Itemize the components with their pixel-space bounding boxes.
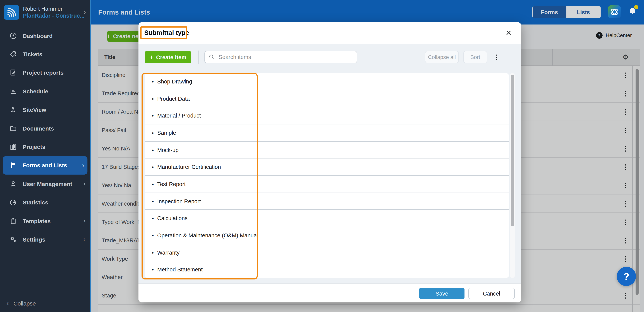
close-icon[interactable]: × bbox=[503, 27, 514, 38]
sidebar-item-templates[interactable]: Templates › bbox=[0, 212, 90, 230]
search-box[interactable] bbox=[204, 51, 357, 63]
chevron-right-icon: › bbox=[84, 8, 88, 16]
list-item[interactable]: •Operation & Maintenance (O&M) Manual bbox=[144, 227, 509, 244]
person-pin-icon bbox=[10, 106, 17, 114]
folder-icon bbox=[10, 125, 17, 132]
sidebar-item-user-management[interactable]: User Management › bbox=[0, 174, 90, 193]
sidebar-item-dashboard[interactable]: Dashboard bbox=[0, 26, 90, 45]
modal-footer: Save Cancel bbox=[138, 283, 521, 303]
gantt-chart-icon bbox=[10, 88, 17, 95]
list-item[interactable]: •Sample bbox=[144, 124, 509, 142]
bullet-icon: • bbox=[152, 113, 154, 119]
list-item-label: Calculations bbox=[157, 215, 188, 221]
sidebar-collapse-button[interactable]: ‹ Collapse bbox=[6, 299, 36, 308]
item-list: •Shop Drawing •Product Data •Material / … bbox=[144, 73, 509, 278]
list-item-label: Manufacturer Certification bbox=[157, 164, 221, 170]
bullet-icon: • bbox=[152, 96, 154, 102]
sidebar-item-label: Documents bbox=[23, 125, 54, 132]
list-item[interactable]: •Manufacturer Certification bbox=[144, 159, 509, 176]
buildings-icon bbox=[10, 143, 17, 151]
chevron-right-icon: › bbox=[84, 236, 86, 243]
sidebar-item-label: Tickets bbox=[23, 51, 42, 57]
toggle-forms[interactable]: Forms bbox=[533, 6, 566, 18]
plus-icon: + bbox=[150, 54, 154, 60]
workspace-name: PlanRadar - Construc... bbox=[23, 12, 84, 19]
sidebar-item-documents[interactable]: Documents bbox=[0, 119, 90, 138]
sidebar-item-label: Statistics bbox=[23, 199, 48, 206]
sidebar-item-label: SiteView bbox=[23, 107, 46, 113]
clipboard-icon bbox=[10, 217, 17, 225]
sidebar-item-settings[interactable]: Settings › bbox=[0, 230, 90, 249]
user-icon bbox=[10, 180, 17, 188]
list-item[interactable]: •Shop Drawing bbox=[144, 73, 509, 90]
chevron-right-icon: › bbox=[84, 217, 86, 225]
list-item[interactable]: •Product Data bbox=[144, 90, 509, 107]
list-item[interactable]: •Test Report bbox=[144, 176, 509, 193]
forms-lists-toggle: Forms Lists bbox=[532, 6, 601, 18]
sidebar-item-label: Projects bbox=[23, 144, 45, 150]
list-scrollbar-thumb[interactable] bbox=[511, 75, 514, 226]
help-bubble-button[interactable]: ? bbox=[617, 267, 636, 286]
sidebar-item-statistics[interactable]: Statistics bbox=[0, 193, 90, 212]
sidebar-item-tickets[interactable]: Tickets bbox=[0, 45, 90, 64]
sidebar-item-label: Forms and Lists bbox=[23, 162, 67, 169]
pie-chart-icon bbox=[10, 199, 17, 206]
search-input[interactable] bbox=[218, 54, 353, 60]
sidebar-item-label: Templates bbox=[23, 218, 51, 224]
collapse-all-button[interactable]: Collapse all bbox=[425, 51, 459, 63]
account-switcher[interactable]: Robert Hammer PlanRadar - Construc... › bbox=[4, 4, 88, 21]
sort-button[interactable]: Sort bbox=[463, 51, 487, 63]
collapse-label: Collapse bbox=[14, 300, 36, 307]
report-pencil-icon bbox=[10, 69, 17, 76]
chevron-right-icon: › bbox=[84, 180, 86, 188]
modal-options-kebab-icon[interactable]: ⋮ bbox=[493, 51, 500, 63]
bullet-icon: • bbox=[152, 198, 154, 204]
list-item[interactable]: •Warranty bbox=[144, 244, 509, 261]
sidebar-item-schedule[interactable]: Schedule bbox=[0, 82, 90, 101]
list-item-label: Material / Product bbox=[157, 113, 201, 119]
bullet-icon: • bbox=[152, 78, 154, 85]
flag-icon bbox=[10, 162, 17, 169]
list-item[interactable]: •Mock-up bbox=[144, 142, 509, 158]
list-item-label: Product Data bbox=[157, 96, 190, 102]
bullet-icon: • bbox=[152, 147, 154, 153]
sidebar-item-forms-and-lists[interactable]: Forms and Lists › bbox=[3, 156, 88, 174]
bullet-icon: • bbox=[152, 164, 154, 170]
notifications-bell-icon[interactable] bbox=[628, 6, 638, 17]
planradar-logo-icon bbox=[4, 4, 19, 20]
sidebar-item-label: User Management bbox=[23, 181, 72, 187]
sidebar-item-label: Project reports bbox=[23, 69, 64, 76]
toggle-lists[interactable]: Lists bbox=[566, 6, 600, 18]
list-item-label: Test Report bbox=[157, 181, 186, 187]
bullet-icon: • bbox=[152, 215, 154, 221]
sidebar-item-project-reports[interactable]: Project reports bbox=[0, 64, 90, 82]
submittal-type-modal: Submittal type × + Create item Collapse … bbox=[138, 22, 521, 303]
chevron-left-icon: ‹ bbox=[6, 299, 9, 308]
chevron-right-icon: › bbox=[82, 161, 84, 169]
list-item[interactable]: •Calculations bbox=[144, 210, 509, 227]
list-item-label: Method Statement bbox=[157, 266, 203, 273]
bullet-icon: • bbox=[152, 249, 154, 256]
list-item-label: Sample bbox=[157, 130, 176, 136]
app-switcher-icon[interactable] bbox=[608, 5, 621, 18]
save-button[interactable]: Save bbox=[419, 288, 464, 299]
sidebar-item-projects[interactable]: Projects bbox=[0, 138, 90, 156]
list-scrollbar-track[interactable] bbox=[510, 73, 515, 278]
cancel-button[interactable]: Cancel bbox=[468, 288, 515, 299]
create-item-button[interactable]: + Create item bbox=[144, 51, 192, 63]
tag-icon bbox=[10, 50, 17, 58]
list-item[interactable]: •Material / Product bbox=[144, 107, 509, 124]
user-name: Robert Hammer bbox=[23, 5, 84, 12]
create-item-label: Create item bbox=[156, 54, 186, 60]
sidebar: Robert Hammer PlanRadar - Construc... › … bbox=[0, 0, 91, 312]
list-item[interactable]: •Inspection Report bbox=[144, 193, 509, 210]
sidebar-item-siteview[interactable]: SiteView bbox=[0, 101, 90, 119]
list-item-label: Mock-up bbox=[157, 147, 178, 153]
list-item-label: Operation & Maintenance (O&M) Manual bbox=[157, 232, 258, 239]
dashboard-icon bbox=[10, 32, 17, 39]
list-item[interactable]: •Method Statement bbox=[144, 261, 509, 278]
modal-title: Submittal type bbox=[144, 29, 189, 37]
bullet-icon: • bbox=[152, 266, 154, 273]
sidebar-nav: Dashboard Tickets Project reports Schedu… bbox=[0, 26, 90, 249]
list-item-label: Inspection Report bbox=[157, 198, 201, 204]
